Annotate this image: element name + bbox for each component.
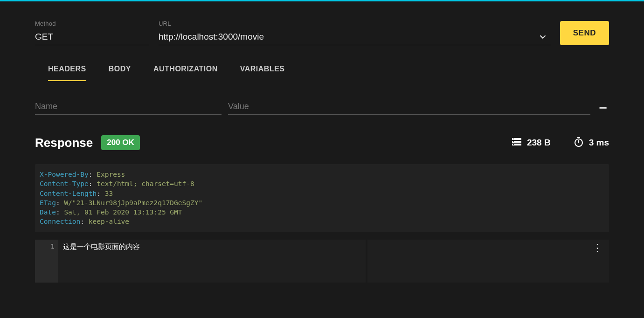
response-time: 3 ms — [573, 136, 609, 150]
storage-icon — [511, 136, 522, 150]
status-badge: 200 OK — [101, 135, 140, 150]
header-value-input[interactable] — [228, 99, 590, 115]
svg-point-5 — [513, 144, 514, 145]
send-button[interactable]: SEND — [560, 21, 609, 45]
header-form-row: − — [35, 99, 609, 115]
request-tabs: HEADERS BODY AUTHORIZATION VARIABLES — [35, 65, 609, 81]
editor-left-pane[interactable]: 这是一个电影页面的内容 — [58, 240, 367, 283]
response-body-text: 这是一个电影页面的内容 — [63, 242, 140, 251]
response-header-line: Connection: keep-alive — [40, 217, 604, 226]
chevron-down-icon[interactable] — [538, 32, 548, 44]
response-headers-box: X-Powered-By: ExpressContent-Type: text/… — [35, 164, 609, 232]
tab-headers[interactable]: HEADERS — [48, 65, 86, 81]
method-input[interactable] — [35, 30, 149, 45]
response-title: Response — [35, 136, 93, 150]
response-header-line: X-Powered-By: Express — [40, 170, 604, 179]
main-container: Method URL SEND HEADERS BODY AUTHORIZATI… — [0, 1, 644, 283]
response-header-line: Content-Length: 33 — [40, 189, 604, 198]
editor-right-pane[interactable]: ⋮ — [367, 240, 609, 283]
more-icon[interactable]: ⋮ — [592, 245, 602, 250]
response-time-value: 3 ms — [589, 138, 609, 148]
response-size-value: 238 B — [527, 138, 551, 148]
editor-gutter: 1 — [35, 240, 58, 283]
timer-icon — [573, 136, 584, 150]
line-number: 1 — [35, 242, 55, 250]
remove-header-icon[interactable]: − — [597, 101, 609, 115]
url-field: URL — [159, 20, 551, 45]
tab-authorization[interactable]: AUTHORIZATION — [153, 65, 218, 81]
header-name-input[interactable] — [35, 99, 222, 115]
svg-point-4 — [513, 141, 514, 142]
url-input[interactable] — [159, 30, 551, 45]
method-label: Method — [35, 20, 149, 27]
response-header-line: ETag: W/"21-3LNur98jJp9aPmez2q17DGeSgZY" — [40, 198, 604, 207]
response-body-editor: 1 这是一个电影页面的内容 ⋮ — [35, 240, 609, 283]
response-size: 238 B — [511, 136, 551, 150]
request-row: Method URL SEND — [35, 20, 609, 45]
response-header-line: Date: Sat, 01 Feb 2020 13:13:25 GMT — [40, 207, 604, 217]
response-header-line: Content-Type: text/html; charset=utf-8 — [40, 179, 604, 188]
response-summary: Response 200 OK 238 B 3 ms — [35, 135, 609, 150]
method-field: Method — [35, 20, 149, 45]
url-label: URL — [159, 20, 551, 27]
tab-variables[interactable]: VARIABLES — [240, 65, 285, 81]
tab-body[interactable]: BODY — [109, 65, 131, 81]
svg-point-3 — [513, 138, 514, 139]
